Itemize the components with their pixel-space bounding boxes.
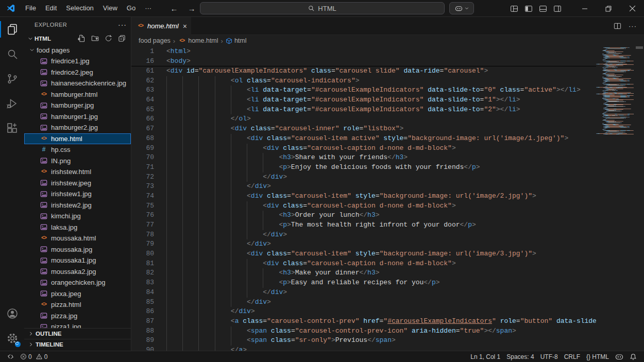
code-line-78[interactable]: 78</div> (131, 230, 596, 240)
file-pixxa.jpeg[interactable]: pixxa.jpeg (24, 288, 131, 300)
file-friedrice1.jpg[interactable]: friedrice1.jpg (24, 56, 131, 67)
code-line-68[interactable]: 68<div class="carousel-item active" styl… (131, 134, 596, 144)
line-number[interactable]: 89 (131, 336, 154, 346)
line-number[interactable]: 74 (131, 192, 154, 201)
code-line-81[interactable]: 81<div class="carousel-caption d-none d-… (131, 259, 596, 269)
line-number[interactable]: 81 (131, 259, 154, 269)
line-number[interactable]: 61 (131, 66, 154, 76)
line-number[interactable]: 67 (131, 124, 154, 134)
code-line-65[interactable]: 65<li data-target="#carouselExampleIndic… (131, 105, 596, 115)
customize-layout-icon[interactable] (510, 5, 518, 13)
code-editor[interactable]: 1<html>16<body> 61<div id="carouselExamp… (131, 46, 596, 351)
breadcrumb-item-html[interactable]: html (226, 37, 247, 44)
code-line-67[interactable]: 67<div class="carousel-inner" role="list… (131, 124, 596, 134)
search-icon[interactable] (0, 42, 24, 66)
file-moussaka1.jpg[interactable]: moussaka1.jpg (24, 255, 131, 266)
file-irishstew2.jpg[interactable]: irishstew2.jpg (24, 200, 131, 211)
section-outline[interactable]: OUTLINE (24, 328, 131, 339)
code-line-79[interactable]: 79</div> (131, 239, 596, 249)
line-number[interactable]: 1 (131, 46, 154, 56)
code-line-69[interactable]: 69<div class="carousel-caption d-none d-… (131, 144, 596, 153)
file-hamburger.jpg[interactable]: hamburger.jpg (24, 100, 131, 111)
file-hamburger1.jpg[interactable]: hamburger1.jpg (24, 111, 131, 123)
toggle-panel-icon[interactable] (539, 5, 547, 13)
file-moussaka.jpg[interactable]: moussaka.jpg (24, 244, 131, 255)
copilot-status-icon[interactable] (612, 353, 626, 360)
status-encoding[interactable]: UTF-8 (537, 353, 561, 360)
editor-scrollbar[interactable] (635, 46, 644, 351)
toggle-primary-sidebar-icon[interactable] (524, 5, 533, 13)
extensions-icon[interactable] (0, 116, 24, 141)
line-number[interactable]: 70 (131, 153, 154, 163)
files-icon[interactable] (0, 17, 24, 42)
code-line-82[interactable]: 82<h3>Make your dinner</h3> (131, 268, 596, 278)
code-line-74[interactable]: 74<div class="carousel-item" style="back… (131, 192, 596, 201)
command-center-search[interactable]: HTML (200, 2, 445, 14)
line-number[interactable]: 87 (131, 317, 154, 326)
line-number[interactable]: 69 (131, 144, 154, 153)
close-button[interactable] (620, 0, 644, 17)
menu-more[interactable]: ··· (140, 2, 156, 14)
line-number[interactable]: 86 (131, 307, 154, 317)
scrollbar-thumb[interactable] (636, 46, 643, 49)
run-debug-icon[interactable] (0, 91, 24, 116)
code-line-73[interactable]: 73</div> (131, 182, 596, 192)
close-tab-icon[interactable]: × (183, 22, 187, 30)
back-icon[interactable]: ← (169, 4, 179, 13)
line-number[interactable]: 79 (131, 239, 154, 249)
new-folder-icon[interactable] (91, 35, 99, 42)
file-hamburger.html[interactable]: <>hamburger.html (24, 89, 131, 100)
file-laksa.jpg[interactable]: laksa.jpg (24, 222, 131, 233)
code-line-85[interactable]: 85</div> (131, 298, 596, 307)
restore-button[interactable] (597, 0, 620, 17)
section-timeline[interactable]: TIMELINE (24, 339, 131, 350)
status-eol[interactable]: CRLF (561, 353, 583, 360)
line-number[interactable]: 90 (131, 346, 154, 351)
sticky-scroll[interactable]: 1<html>16<body> (131, 46, 596, 66)
code-line-61[interactable]: 61<div id="carouselExampleIndicators" cl… (131, 66, 596, 76)
line-number[interactable]: 84 (131, 288, 154, 298)
file-friedrice2.jpeg[interactable]: friedrice2.jpeg (24, 67, 131, 78)
menu-edit[interactable]: Edit (41, 2, 61, 14)
line-number[interactable]: 85 (131, 298, 154, 307)
file-moussaka.html[interactable]: <>moussaka.html (24, 233, 131, 244)
file-hainanesechickenrice.jpg[interactable]: hainanesechickenrice.jpg (24, 78, 131, 89)
line-number[interactable]: 63 (131, 85, 154, 95)
tab-home-html[interactable]: <> home.html × (131, 17, 191, 35)
file-kimchi.jpg[interactable]: kimchi.jpg (24, 211, 131, 222)
code-line-84[interactable]: 84</div> (131, 288, 596, 298)
file-moussaka2.jpg[interactable]: moussaka2.jpg (24, 266, 131, 278)
status-language-mode[interactable]: {} HTML (583, 353, 612, 360)
menu-go[interactable]: Go (122, 2, 140, 14)
line-number[interactable]: 83 (131, 278, 154, 288)
line-number[interactable]: 64 (131, 95, 154, 105)
file-irishstew.jpeg[interactable]: irishstew.jpeg (24, 178, 131, 189)
file-IN.png[interactable]: IN.png (24, 156, 131, 167)
code-line-72[interactable]: 72</div> (131, 173, 596, 182)
toggle-secondary-sidebar-icon[interactable] (553, 5, 562, 13)
folder-food-pages[interactable]: food pages (24, 44, 131, 56)
status-cursor-position[interactable]: Ln 1, Col 1 (467, 353, 503, 360)
line-number[interactable]: 77 (131, 220, 154, 230)
code-line-80[interactable]: 80<div class="carousel-item" style="back… (131, 249, 596, 259)
status-indentation[interactable]: Spaces: 4 (503, 353, 537, 360)
new-file-icon[interactable] (78, 35, 86, 42)
menu-file[interactable]: File (21, 2, 41, 14)
copilot-menu-button[interactable] (449, 2, 474, 14)
minimize-button[interactable] (573, 0, 597, 17)
code-line-1[interactable]: 1<html> (131, 46, 596, 56)
code-line-64[interactable]: 64<li data-target="#carouselExampleIndic… (131, 95, 596, 105)
line-number[interactable]: 75 (131, 201, 154, 211)
code-line-63[interactable]: 63<li data-target="#carouselExampleIndic… (131, 85, 596, 95)
line-number[interactable]: 73 (131, 182, 154, 192)
file-pizza.jpg[interactable]: pizza.jpg (24, 311, 131, 322)
forward-icon[interactable]: → (187, 4, 197, 13)
notifications-bell-icon[interactable] (626, 353, 640, 360)
code-line-76[interactable]: 76<h3>Order your lunch</h3> (131, 211, 596, 220)
file-hp.css[interactable]: #hp.css (24, 144, 131, 156)
line-number[interactable]: 66 (131, 114, 154, 124)
problems-indicator[interactable]: 0 0 (17, 351, 50, 362)
line-number[interactable]: 78 (131, 230, 154, 240)
split-editor-icon[interactable] (614, 22, 621, 30)
code-line-88[interactable]: 88<span class="carousel-control-prev-ico… (131, 326, 596, 336)
